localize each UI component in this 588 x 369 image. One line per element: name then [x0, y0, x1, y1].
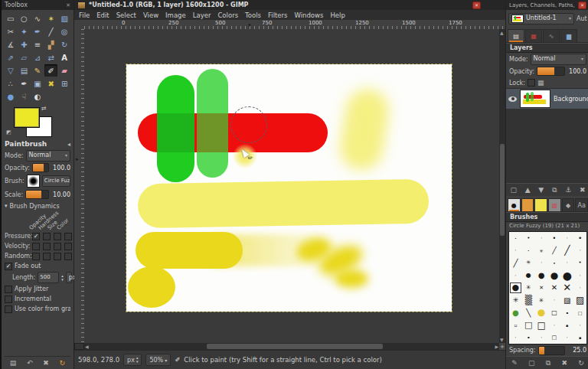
- gradients-tab[interactable]: [534, 198, 547, 211]
- menu-tools[interactable]: Tools: [245, 11, 261, 19]
- brush-cell[interactable]: □: [548, 331, 561, 344]
- duplicate-brush-button[interactable]: ⧉: [546, 359, 550, 367]
- brush-cell[interactable]: •: [509, 331, 522, 344]
- brush-cell[interactable]: •: [509, 244, 522, 256]
- brush-cell[interactable]: ✕: [535, 282, 548, 294]
- brush-cell[interactable]: ▪: [522, 331, 535, 344]
- tool-foreground-select[interactable]: ✦: [18, 25, 31, 38]
- canvas[interactable]: ✐: [126, 64, 452, 312]
- menu-view[interactable]: View: [143, 11, 158, 19]
- delete-options-button[interactable]: ✖: [43, 359, 49, 367]
- fade-out-checkbox[interactable]: ✓: [5, 263, 12, 270]
- scroll-down-icon[interactable]: ▼: [500, 336, 504, 343]
- tool-airbrush[interactable]: ∴: [4, 77, 18, 90]
- tool-scissors-select[interactable]: ✂: [4, 25, 18, 38]
- image-window-titlebar[interactable]: *Untitled-1.0 (RGB, 1 layer) 1600x1200 -…: [74, 0, 505, 10]
- tool-blend[interactable]: ▤: [18, 64, 31, 77]
- brush-cell[interactable]: •: [573, 232, 586, 244]
- scroll-left-icon[interactable]: ◀: [85, 343, 89, 350]
- tool-smudge[interactable]: ☟: [18, 90, 31, 103]
- dynamics-checkbox[interactable]: [43, 253, 51, 260]
- expander-icon[interactable]: ▾: [5, 203, 8, 209]
- menu-help[interactable]: Help: [330, 11, 345, 19]
- brush-cell[interactable]: ▪: [560, 319, 573, 331]
- brush-name[interactable]: Circle Fuzzy (19): [42, 175, 70, 187]
- brush-cell[interactable]: ✳: [522, 282, 535, 294]
- brush-cell[interactable]: ▫: [509, 319, 522, 331]
- brush-cell[interactable]: □: [522, 319, 535, 331]
- brush-cell[interactable]: •: [573, 282, 586, 294]
- dynamics-checkbox[interactable]: [64, 243, 72, 250]
- paths-tab[interactable]: ∿: [543, 29, 560, 42]
- spinner-icon[interactable]: ▴▾: [61, 274, 64, 282]
- brush-cell[interactable]: •: [509, 269, 522, 282]
- brush-dynamics-label[interactable]: Brush Dynamics: [10, 203, 60, 210]
- brush-cell[interactable]: ╱: [509, 256, 522, 269]
- channels-tab[interactable]: ▦: [525, 29, 542, 42]
- tool-measure[interactable]: ∡: [4, 38, 18, 51]
- edit-brush-button[interactable]: ✎: [511, 359, 518, 367]
- patterns-tab[interactable]: [521, 198, 534, 211]
- brush-cell[interactable]: ✳: [535, 244, 548, 256]
- dynamics-checkbox[interactable]: [64, 233, 72, 240]
- tool-free-select[interactable]: ∿: [31, 12, 44, 24]
- auto-button[interactable]: Auto: [577, 15, 587, 22]
- brush-cell[interactable]: ╱: [548, 244, 561, 256]
- brush-cell[interactable]: •: [548, 319, 561, 331]
- brush-cell[interactable]: ●: [535, 306, 548, 318]
- brush-cell[interactable]: ✕: [548, 282, 561, 294]
- brush-cell[interactable]: ✳: [509, 294, 522, 306]
- default-colors-icon[interactable]: ◩: [6, 129, 11, 136]
- brush-cell[interactable]: ●: [522, 269, 535, 282]
- menu-select[interactable]: Select: [116, 11, 136, 19]
- menu-windows[interactable]: Windows: [295, 11, 324, 19]
- tool-dodge-burn[interactable]: ◐: [31, 90, 44, 103]
- delete-layer-button[interactable]: ✖: [580, 186, 586, 194]
- brush-cell[interactable]: ✳: [522, 256, 535, 269]
- menu-file[interactable]: File: [79, 11, 90, 19]
- brush-cell[interactable]: ●: [535, 269, 548, 282]
- lock-alpha-checkbox[interactable]: [528, 79, 535, 87]
- brush-cell[interactable]: •: [573, 319, 586, 331]
- tool-rect-select[interactable]: ▭: [4, 12, 18, 24]
- brush-cell[interactable]: □: [573, 306, 586, 318]
- menu-image[interactable]: Image: [165, 11, 186, 19]
- tool-eraser[interactable]: ▰: [57, 64, 71, 77]
- brush-cell[interactable]: ▒: [522, 294, 535, 306]
- length-unit-dropdown[interactable]: px: [66, 272, 72, 283]
- brush-cell[interactable]: ●: [560, 269, 573, 282]
- close-button[interactable]: ✕: [472, 2, 481, 9]
- fonts-tab[interactable]: ◆: [562, 198, 575, 211]
- brush-cell[interactable]: ╲: [522, 306, 535, 318]
- tool-rotate[interactable]: ↻: [57, 38, 71, 51]
- tool-fuzzy-select[interactable]: ✶: [44, 12, 58, 24]
- mode-dropdown[interactable]: Normal ▾: [26, 150, 71, 162]
- brush-cell[interactable]: ●: [509, 306, 522, 318]
- brush-cell[interactable]: •: [560, 232, 573, 244]
- raise-layer-button[interactable]: ▲: [525, 186, 531, 194]
- tool-ink[interactable]: ✒: [18, 77, 31, 90]
- new-brush-button[interactable]: ▢: [528, 359, 535, 367]
- horizontal-scrollbar[interactable]: ◀ ▶: [84, 343, 499, 350]
- dynamics-checkbox[interactable]: [32, 253, 40, 260]
- tool-perspective[interactable]: ⊿: [31, 51, 44, 64]
- layers-tab[interactable]: ▤: [508, 29, 524, 42]
- tool-flip[interactable]: ⇄: [44, 51, 58, 64]
- tool-blur[interactable]: ●: [4, 90, 18, 103]
- swap-colors-icon[interactable]: ⇄: [41, 105, 47, 112]
- brush-cell[interactable]: •: [535, 256, 548, 269]
- brush-cell[interactable]: □: [548, 306, 561, 318]
- brush-cell[interactable]: •: [535, 331, 548, 344]
- brush-cell[interactable]: •: [522, 232, 535, 244]
- history-tab[interactable]: Aa: [575, 198, 588, 211]
- tool-perspective-clone[interactable]: ⊞: [57, 77, 71, 90]
- brushes-tab[interactable]: ●: [508, 198, 521, 211]
- menu-edit[interactable]: Edit: [96, 11, 109, 19]
- dynamics-checkbox[interactable]: [43, 233, 51, 240]
- brush-cell[interactable]: ✳: [535, 294, 548, 306]
- opacity-slider[interactable]: [32, 163, 49, 172]
- brush-cell[interactable]: •: [573, 269, 586, 282]
- visibility-eye-icon[interactable]: [508, 96, 517, 102]
- brush-cell[interactable]: •: [522, 244, 535, 256]
- vertical-ruler[interactable]: ▸: [74, 29, 85, 343]
